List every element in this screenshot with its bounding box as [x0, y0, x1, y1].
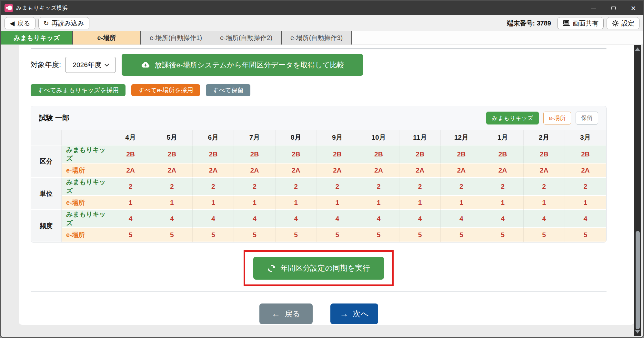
month-header: 12月 [441, 130, 482, 145]
divider-bottom [31, 291, 607, 292]
table-cell: 1 [276, 196, 317, 210]
screen-share-icon [562, 20, 570, 26]
month-header: 5月 [151, 130, 193, 145]
table-cell: 4 [482, 210, 523, 228]
table-cell: 1 [441, 196, 482, 210]
table-cell: 1 [399, 196, 441, 210]
table-cell: 2B [524, 145, 565, 164]
student-name: 試験 一郎 [39, 113, 69, 123]
footer-next-button[interactable]: → 次へ [330, 303, 378, 324]
table-cell: 2 [193, 178, 234, 196]
table-cell: 2B [358, 145, 399, 164]
maximize-icon [611, 6, 616, 10]
table-cell: 5 [565, 228, 606, 242]
close-button[interactable]: × [623, 1, 643, 15]
tab-e-basho-2[interactable]: e-場所(自動操作1) [141, 31, 211, 45]
table-cell: 4 [399, 210, 441, 228]
table-cell: 2B [317, 145, 358, 164]
table-cell: 2A [482, 164, 523, 178]
table-row: e-場所555555555555 [31, 228, 606, 242]
year-category-table: 4月5月6月7月8月9月10月11月12月1月2月3月 区分みまもりキッズ2B2… [31, 130, 606, 242]
student-card-header: 試験 一郎 みまもりキッズe-場所保留 [31, 106, 606, 130]
table-cell: 1 [482, 196, 523, 210]
divider-top [31, 48, 607, 49]
table-cell: 4 [524, 210, 565, 228]
table-cell: 2 [399, 178, 441, 196]
scroll-down-arrow-icon[interactable] [635, 330, 640, 333]
month-header: 11月 [399, 130, 441, 145]
bulk-action-button-1[interactable]: すべてe-場所を採用 [131, 84, 200, 96]
table-cell: 2 [482, 178, 523, 196]
window-title: みまもりキッズ横浜 [16, 4, 68, 12]
table-cell: 2 [441, 178, 482, 196]
table-cell: 2A [234, 164, 275, 178]
legend-button-1[interactable]: e-場所 [543, 112, 571, 124]
table-cell: 2 [151, 178, 193, 196]
table-cell: 2B [234, 145, 275, 164]
back-nav-button[interactable]: ◀ 戻る [5, 17, 35, 29]
corner-cell-source [62, 130, 110, 145]
toolbar: ◀ 戻る ↻ 再読み込み 端末番号: 3789 画面共有 [1, 15, 643, 31]
table-cell: 2A [193, 164, 234, 178]
table-cell: 2A [399, 164, 441, 178]
table-body: 区分みまもりキッズ2B2B2B2B2B2B2B2B2B2B2B2Be-場所2A2… [31, 145, 606, 242]
row-group-label: 区分 [31, 145, 62, 178]
tab-e-basho-4[interactable]: e-場所(自動操作3) [282, 31, 352, 45]
bulk-action-button-2[interactable]: すべて保留 [206, 84, 250, 96]
row-source-label: みまもりキッズ [62, 210, 110, 228]
table-cell: 5 [110, 228, 151, 242]
reload-button[interactable]: ↻ 再読み込み [38, 17, 89, 29]
table-cell: 2B [276, 145, 317, 164]
tab-bar: みまもりキッズe-場所e-場所(自動操作1)e-場所(自動操作2)e-場所(自動… [1, 31, 643, 45]
table-cell: 5 [234, 228, 275, 242]
tab-e-basho-3[interactable]: e-場所(自動操作2) [211, 31, 282, 45]
scrollbar-track[interactable] [634, 51, 641, 330]
tab-mimamori-kids[interactable]: みまもりキッズ [1, 31, 73, 45]
table-cell: 2B [193, 145, 234, 164]
footer-actions: ← 戻る → 次へ [31, 303, 607, 324]
table-cell: 4 [110, 210, 151, 228]
settings-button[interactable]: 設定 [607, 17, 639, 29]
cloud-download-icon [140, 61, 150, 69]
scrollbar-thumb[interactable] [636, 231, 640, 329]
app-logo-icon [5, 4, 13, 12]
month-header: 1月 [482, 130, 523, 145]
table-cell: 2B [565, 145, 606, 164]
corner-cell-group [31, 130, 62, 145]
maximize-button[interactable] [603, 1, 623, 15]
row-source-label: みまもりキッズ [62, 145, 110, 164]
content-card: 対象年度: 2026年度 放課後e [19, 45, 634, 325]
legend-button-2[interactable]: 保留 [576, 112, 598, 124]
table-cell: 2A [565, 164, 606, 178]
gear-icon [612, 20, 619, 27]
left-arrow-icon: ← [271, 310, 280, 318]
month-header: 3月 [565, 130, 606, 145]
vertical-scrollbar[interactable] [634, 45, 641, 336]
footer-back-button[interactable]: ← 戻る [259, 303, 313, 324]
row-source-label: e-場所 [62, 164, 110, 178]
table-cell: 2 [276, 178, 317, 196]
table-cell: 2A [524, 164, 565, 178]
table-cell: 1 [234, 196, 275, 210]
table-cell: 2 [234, 178, 275, 196]
sync-execute-button[interactable]: 年間区分設定の同期を実行 [253, 257, 384, 280]
target-year-select[interactable]: 2026年度 [65, 57, 116, 73]
table-cell: 4 [276, 210, 317, 228]
screen-share-button[interactable]: 画面共有 [557, 17, 604, 29]
scroll-up-arrow-icon[interactable] [635, 47, 640, 51]
table-cell: 5 [441, 228, 482, 242]
table-cell: 4 [193, 210, 234, 228]
minimize-button[interactable] [583, 1, 603, 15]
fetch-compare-button[interactable]: 放課後e-場所システムから年間区分データを取得して比較 [122, 54, 363, 76]
legend-button-0[interactable]: みまもりキッズ [486, 112, 539, 124]
tab-e-basho-1[interactable]: e-場所 [73, 31, 141, 45]
table-cell: 1 [193, 196, 234, 210]
table-cell: 2B [110, 145, 151, 164]
table-cell: 2A [441, 164, 482, 178]
highlight-red-box: 年間区分設定の同期を実行 [244, 250, 394, 286]
row-source-label: e-場所 [62, 196, 110, 210]
table-cell: 1 [524, 196, 565, 210]
bulk-action-button-0[interactable]: すべてみまもりキッズを採用 [31, 84, 126, 96]
table-cell: 5 [524, 228, 565, 242]
legend-group: みまもりキッズe-場所保留 [486, 112, 598, 124]
